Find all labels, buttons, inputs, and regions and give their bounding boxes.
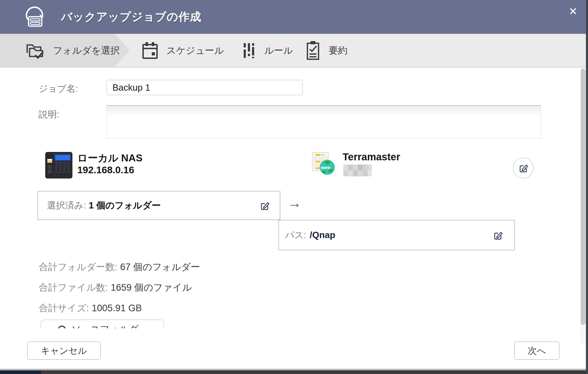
remote-server-globe-icon: www bbox=[312, 152, 336, 176]
selected-folders-box: 選択済み:1 個のフォルダー bbox=[38, 191, 280, 220]
calendar-icon bbox=[142, 41, 158, 60]
total-files-value: 1659 個のファイル bbox=[111, 282, 192, 293]
dialog-header: バックアップジョブの作成 ✕ bbox=[0, 0, 586, 34]
dialog-title: バックアップジョブの作成 bbox=[61, 0, 202, 34]
content-clip-edge: ソースフォルダー bbox=[41, 320, 164, 328]
step-label: 要約 bbox=[329, 44, 347, 57]
step-label: ルール bbox=[264, 44, 293, 57]
transfer-arrow-icon: → bbox=[288, 195, 301, 211]
background-bottom-bar-navy bbox=[0, 371, 41, 374]
summary-clipboard-icon bbox=[306, 41, 320, 60]
description-label: 説明: bbox=[39, 108, 59, 121]
globe-www-text: www bbox=[320, 165, 331, 170]
close-icon[interactable]: ✕ bbox=[565, 3, 581, 20]
step-select-folder[interactable]: フォルダを選択 bbox=[24, 34, 120, 67]
source-folder-button[interactable]: ソースフォルダー bbox=[41, 320, 164, 328]
scrollbar-track[interactable] bbox=[580, 68, 586, 343]
total-files-label: 合計ファイル数: bbox=[39, 282, 108, 293]
edit-path-icon[interactable] bbox=[493, 230, 503, 240]
step-label: スケジュール bbox=[166, 44, 224, 57]
total-folders-label: 合計フォルダー数: bbox=[39, 262, 117, 272]
total-folders-row: 合計フォルダー数:67 個のフォルダー bbox=[39, 261, 200, 273]
selected-label: 選択済み: bbox=[47, 200, 86, 211]
destination-title: Terramaster bbox=[343, 151, 400, 163]
edit-icon bbox=[518, 163, 528, 173]
total-size-row: 合計サイズ:1005.91 GB bbox=[39, 302, 142, 314]
total-size-value: 1005.91 GB bbox=[92, 303, 142, 313]
step-schedule[interactable]: スケジュール bbox=[142, 34, 224, 67]
job-name-input[interactable] bbox=[107, 80, 303, 95]
folder-select-icon bbox=[24, 40, 45, 61]
total-files-row: 合計ファイル数:1659 個のファイル bbox=[39, 281, 192, 294]
edit-destination-button[interactable] bbox=[513, 158, 534, 178]
rules-sliders-icon bbox=[242, 41, 256, 60]
dialog-bottom-edge bbox=[0, 368, 586, 371]
background-bottom-bar bbox=[0, 371, 586, 374]
screen: バックアップジョブの作成 ✕ フォルダを選択 bbox=[0, 0, 588, 374]
scrollbar-thumb[interactable] bbox=[581, 69, 586, 325]
edit-selected-folders-icon[interactable] bbox=[260, 201, 269, 211]
background-right-strip bbox=[586, 0, 588, 374]
backup-job-icon bbox=[24, 6, 46, 28]
total-folders-value: 67 個のフォルダー bbox=[120, 262, 200, 272]
step-summary[interactable]: 要約 bbox=[306, 34, 347, 67]
source-title: ローカル NAS bbox=[77, 151, 142, 165]
step-label: フォルダを選択 bbox=[53, 44, 120, 57]
destination-path-box: パス:/Qnap bbox=[279, 220, 515, 250]
path-value: /Qnap bbox=[309, 230, 335, 240]
source-ip: 192.168.0.16 bbox=[77, 165, 134, 176]
job-name-label: ジョブ名: bbox=[39, 83, 78, 95]
wizard-steps: フォルダを選択 スケジュール bbox=[0, 34, 586, 68]
nas-device-icon bbox=[45, 152, 72, 178]
step-rules[interactable]: ルール bbox=[242, 34, 293, 67]
path-label: パス: bbox=[285, 230, 306, 240]
next-button[interactable]: 次へ bbox=[514, 342, 559, 360]
source-folder-button-label: ソースフォルダー bbox=[71, 323, 148, 328]
refresh-icon bbox=[57, 325, 66, 328]
cancel-button[interactable]: キャンセル bbox=[27, 342, 101, 360]
total-size-label: 合計サイズ: bbox=[39, 303, 89, 313]
destination-address-redacted bbox=[343, 165, 372, 176]
selected-value: 1 個のフォルダー bbox=[89, 200, 161, 211]
description-textarea[interactable] bbox=[107, 105, 541, 138]
